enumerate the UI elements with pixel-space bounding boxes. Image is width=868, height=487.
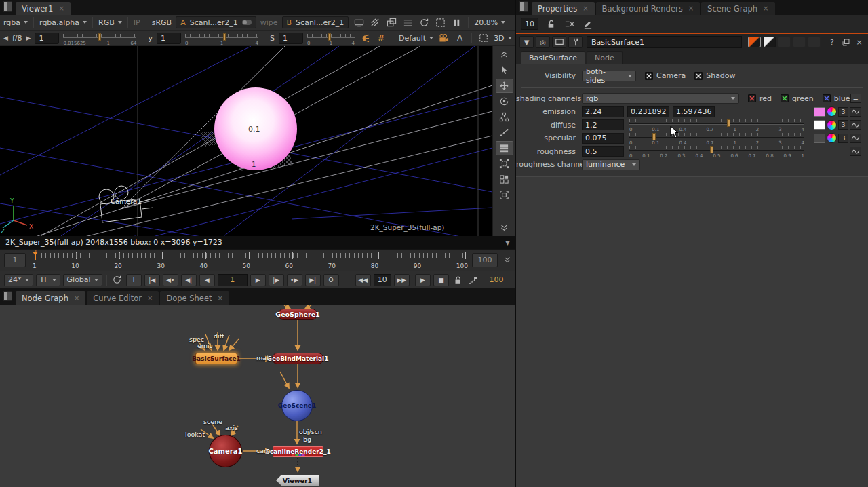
close-icon[interactable]: × bbox=[74, 294, 79, 302]
tab-node[interactable]: Node bbox=[587, 51, 623, 64]
grid-view-tool-icon[interactable] bbox=[496, 172, 513, 187]
close-icon[interactable]: × bbox=[147, 294, 153, 302]
loop-mode-icon[interactable] bbox=[111, 274, 123, 286]
edit-pencil-icon[interactable] bbox=[581, 18, 593, 30]
close-all-panels-icon[interactable] bbox=[563, 18, 575, 30]
refresh-icon[interactable] bbox=[418, 16, 430, 28]
pause-icon[interactable] bbox=[450, 16, 462, 28]
emission-curve-icon[interactable] bbox=[850, 107, 861, 117]
goto-start-button[interactable]: |◀ bbox=[144, 274, 160, 286]
collapse-down-chevron-icon[interactable] bbox=[496, 220, 513, 235]
tab-dope-sheet[interactable]: Dope Sheet × bbox=[160, 291, 229, 305]
range-end-field[interactable]: 100 bbox=[481, 274, 511, 286]
node-geoscene1[interactable]: GeoScene1 bbox=[281, 390, 313, 421]
slider-handle[interactable] bbox=[652, 133, 656, 140]
node-name-field[interactable]: BasicSurface1 bbox=[587, 36, 742, 48]
emission-r-field[interactable]: 2.24 bbox=[582, 106, 624, 117]
viewport-3d[interactable]: 0.1 1 Camera1 Y Z X 2K_Super_35(full-ap) bbox=[0, 46, 492, 236]
checkbox-checked-icon[interactable] bbox=[748, 94, 756, 102]
slider-handle[interactable] bbox=[727, 119, 730, 127]
input-b-selector[interactable]: B Scanl...er2_1 bbox=[282, 16, 349, 28]
tab-scene-graph[interactable]: Scene Graph × bbox=[701, 2, 774, 15]
close-icon[interactable]: × bbox=[688, 5, 694, 12]
range-scope-dropdown[interactable]: Global bbox=[63, 274, 102, 286]
close-icon[interactable]: × bbox=[218, 294, 223, 302]
tab-viewer1[interactable]: Viewer1 × bbox=[16, 2, 71, 15]
panel-grip[interactable] bbox=[3, 1, 12, 12]
color-wheel-icon[interactable] bbox=[827, 120, 837, 130]
fstop-label[interactable]: f/8 bbox=[12, 34, 22, 43]
gamma-input[interactable]: 1 bbox=[157, 33, 181, 44]
status-dropdown-icon[interactable]: ▼ bbox=[505, 239, 510, 246]
roughness-channel-dropdown[interactable]: luminance bbox=[582, 159, 640, 170]
node-geobindmaterial1[interactable]: GeoBindMaterial1 bbox=[272, 353, 323, 364]
gain-prev-icon[interactable]: ◀ bbox=[3, 35, 8, 41]
node-color-button[interactable] bbox=[748, 37, 761, 47]
color-wheel-icon[interactable] bbox=[827, 133, 837, 143]
panel-grip[interactable] bbox=[519, 1, 528, 12]
jump-forward-button[interactable]: ▶▶ bbox=[394, 274, 410, 286]
selection-box-icon[interactable] bbox=[477, 32, 490, 44]
tab-background-renders[interactable]: Background Renders × bbox=[596, 2, 701, 15]
next-keyframe-button[interactable]: •▶ bbox=[287, 274, 302, 286]
shadow-visibility-checkbox[interactable]: Shadow bbox=[694, 71, 735, 80]
saturation-input[interactable]: 1 bbox=[279, 33, 303, 44]
clip-overlay-icon[interactable] bbox=[385, 16, 397, 28]
step-back-button[interactable]: ◀| bbox=[181, 274, 197, 286]
select-tool-icon[interactable] bbox=[496, 63, 513, 77]
camera-view-icon[interactable] bbox=[437, 32, 450, 44]
diffuse-field[interactable]: 1.2 bbox=[582, 119, 624, 130]
lambda-curve-icon[interactable]: Λ bbox=[454, 32, 466, 44]
node-scanlinerender2-1[interactable]: ScanlineRender2_1 bbox=[273, 446, 323, 457]
specular-curve-icon[interactable] bbox=[850, 134, 861, 143]
help-button[interactable]: ? bbox=[827, 38, 837, 47]
checkbox-checked-icon[interactable] bbox=[823, 94, 831, 102]
timeline-in-field[interactable]: 1 bbox=[4, 253, 26, 267]
visibility-dropdown[interactable]: both-sides bbox=[582, 71, 636, 81]
frame-tool-icon[interactable] bbox=[496, 188, 513, 202]
slider-handle[interactable] bbox=[98, 33, 101, 41]
timeline-chevron-icon[interactable] bbox=[503, 256, 511, 266]
gain-slider[interactable]: 0.015625164 bbox=[63, 32, 136, 45]
specular-color-swatch[interactable] bbox=[814, 134, 825, 143]
jump-back-button[interactable]: ◀◀ bbox=[355, 274, 371, 286]
checkbox-checked-icon[interactable] bbox=[781, 94, 789, 102]
play-backward-button[interactable]: ◀ bbox=[199, 274, 215, 286]
saturation-slider[interactable]: 014 bbox=[307, 32, 355, 45]
input-a-toggle[interactable] bbox=[242, 20, 252, 25]
current-frame-field[interactable]: 1 bbox=[218, 274, 248, 286]
tab-properties[interactable]: Properties × bbox=[532, 2, 595, 15]
viewer-lut-dropdown[interactable]: sRGB bbox=[152, 18, 172, 27]
center-node-button[interactable]: ◎ bbox=[536, 36, 550, 48]
monitor-output-icon[interactable] bbox=[353, 16, 365, 28]
playback-stop-button[interactable]: ■ bbox=[433, 274, 449, 286]
rotate-tool-icon[interactable] bbox=[496, 94, 513, 109]
color-wheel-icon[interactable] bbox=[827, 106, 837, 117]
close-panel-icon[interactable]: × bbox=[854, 38, 865, 47]
node-graph-canvas[interactable]: GeoSphere1 BasicSurface1 GeoBindMaterial… bbox=[0, 305, 515, 487]
render-flag-icon[interactable] bbox=[467, 274, 479, 286]
emission-b-field[interactable]: 1.597436 bbox=[673, 106, 715, 117]
channels-menu-button[interactable]: = bbox=[850, 94, 861, 103]
frame-increment-field[interactable]: 10 bbox=[374, 274, 391, 286]
set-out-button[interactable]: O bbox=[323, 274, 339, 286]
input-a-selector[interactable]: A Scanl...er2_1 bbox=[176, 16, 256, 28]
node-camera1[interactable]: Camera1 bbox=[209, 435, 242, 467]
field-lines-icon[interactable] bbox=[401, 16, 414, 28]
diffuse-color-swatch[interactable] bbox=[814, 120, 825, 130]
monitor-button[interactable] bbox=[552, 36, 566, 48]
diffuse-curve-icon[interactable] bbox=[850, 120, 861, 130]
goto-end-button[interactable]: ▶| bbox=[305, 274, 321, 286]
gain-input[interactable]: 1 bbox=[35, 33, 59, 44]
tab-curve-editor[interactable]: Curve Editor × bbox=[87, 291, 159, 305]
close-icon[interactable]: × bbox=[583, 5, 588, 12]
slider-handle[interactable] bbox=[328, 33, 331, 41]
diffuse-multi-button[interactable]: 3 bbox=[838, 120, 848, 130]
frame-mode-dropdown[interactable]: TF bbox=[36, 274, 60, 286]
roughness-slider[interactable]: 00.10.20.30.40.50.60.70.80.91 bbox=[629, 145, 804, 157]
fps-dropdown[interactable]: 24* bbox=[4, 274, 33, 286]
collapse-panel-button[interactable]: ▼ bbox=[519, 36, 534, 48]
group-select-tool-icon[interactable] bbox=[496, 157, 513, 171]
tab-node-graph[interactable]: Node Graph × bbox=[16, 291, 85, 305]
text-color-button[interactable] bbox=[763, 37, 776, 47]
